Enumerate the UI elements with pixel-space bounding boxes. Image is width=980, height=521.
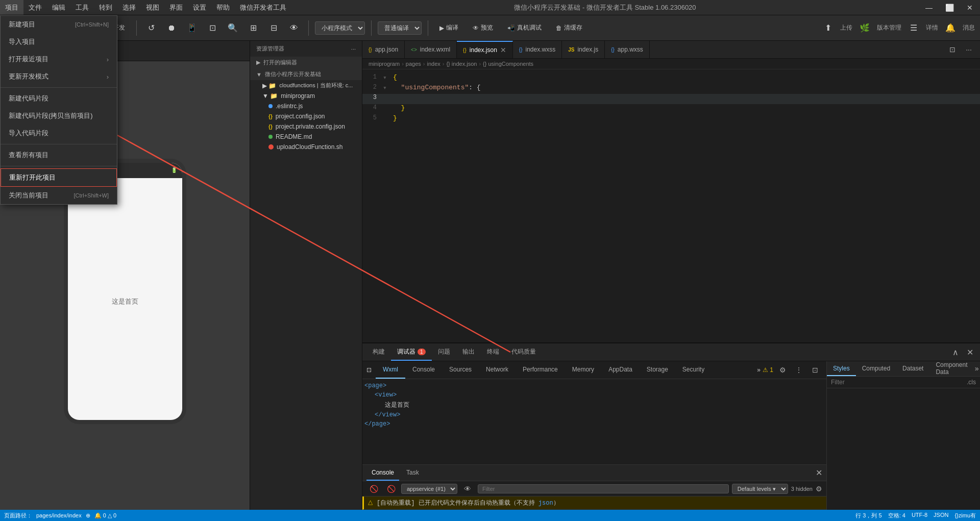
miniprogram-folder[interactable]: ▼ 📁 miniprogram xyxy=(250,91,362,101)
terminal-tab[interactable]: 终端 xyxy=(481,343,505,361)
split-editor-btn[interactable]: ⊡ xyxy=(945,42,960,57)
dd-import-project[interactable]: 导入项目 xyxy=(1,33,117,51)
dd-update-mode[interactable]: 更新开发模式 › xyxy=(1,68,117,85)
menu-edit[interactable]: 编辑 xyxy=(47,0,70,15)
code-quality-tab[interactable]: 代码质量 xyxy=(505,343,542,361)
tab-close-icon[interactable]: ✕ xyxy=(500,46,506,54)
dd-close-project[interactable]: 关闭当前项目 [Ctrl+Shift+W] xyxy=(1,187,117,204)
dd-import-snippet[interactable]: 导入代码片段 xyxy=(1,125,117,142)
more-icon[interactable]: ··· xyxy=(351,46,356,52)
mode-select[interactable]: 小程序模式 xyxy=(315,21,365,35)
refresh-btn[interactable]: ↺ xyxy=(143,20,159,36)
upload-sh-file[interactable]: uploadCloudFunction.sh xyxy=(250,142,362,152)
block-console-btn[interactable]: 🚫 xyxy=(384,482,398,496)
dd-new-snippet-copy[interactable]: 新建代码片段(拷贝当前项目) xyxy=(1,107,117,125)
performance-tab[interactable]: Performance xyxy=(516,361,565,379)
tab-index-js[interactable]: JS index.js xyxy=(562,41,605,58)
component-data-tab[interactable]: Component Data xyxy=(929,361,973,376)
upload-btn[interactable]: ⬆ xyxy=(820,20,836,36)
screenshot-btn[interactable]: ⊡ xyxy=(204,20,220,36)
dd-view-all[interactable]: 查看所有项目 xyxy=(1,146,117,164)
detail-btn[interactable]: ☰ xyxy=(905,20,922,36)
tab-index-json[interactable]: {} index.json ✕ xyxy=(457,41,513,58)
project-config-file[interactable]: {} project.config.json xyxy=(250,111,362,121)
stop-btn[interactable]: ⏺ xyxy=(163,20,180,36)
more-tabs-btn[interactable]: ··· xyxy=(962,42,976,57)
menu-file[interactable]: 文件 xyxy=(23,0,47,15)
clear-console-btn[interactable]: 🚫 xyxy=(366,482,381,496)
service-select[interactable]: appservice (#1) xyxy=(401,484,457,494)
console-tab-dt[interactable]: Console xyxy=(405,361,442,379)
collapse-panel-btn[interactable]: ∧ xyxy=(949,346,962,358)
project-section[interactable]: ▼ 微信小程序云开发基础 xyxy=(250,68,362,80)
memory-tab[interactable]: Memory xyxy=(565,361,601,379)
close-panel-btn[interactable]: ✕ xyxy=(964,346,976,358)
devtools-dock[interactable]: ⊡ xyxy=(808,363,822,377)
eslintrc-file[interactable]: .eslintrc.js xyxy=(250,101,362,111)
clear-btn[interactable]: 🗑 清缓存 xyxy=(551,21,587,34)
styles-tab[interactable]: Styles xyxy=(827,361,856,376)
msg-btn[interactable]: 🔔 xyxy=(942,20,959,36)
menu-devtools[interactable]: 微信开发者工具 xyxy=(235,0,291,15)
version-btn[interactable]: 🌿 xyxy=(856,20,873,36)
build-tab[interactable]: 构建 xyxy=(366,343,391,361)
status-add-icon[interactable]: ⊕ xyxy=(86,512,90,519)
console-filter-input[interactable] xyxy=(478,484,729,493)
computed-tab[interactable]: Computed xyxy=(856,361,896,376)
menu-select[interactable]: 选择 xyxy=(117,0,141,15)
minimize-button[interactable]: — xyxy=(919,0,939,15)
eye-btn[interactable]: 👁 xyxy=(286,20,302,36)
mobile-btn[interactable]: 📱 xyxy=(184,20,200,36)
menu-tools[interactable]: 工具 xyxy=(70,0,94,15)
wxml-tab[interactable]: Wxml xyxy=(376,361,405,379)
tab-index-wxss[interactable]: {} index.wxss xyxy=(513,41,562,58)
dd-recent-projects[interactable]: 打开最近项目 › xyxy=(1,51,117,68)
level-select[interactable]: Default levels ▾ xyxy=(732,484,788,494)
tab-index-wxml[interactable]: <> index.wxml xyxy=(405,41,457,58)
network-tab[interactable]: Network xyxy=(479,361,516,379)
devtools-more[interactable]: ⋮ xyxy=(792,363,806,377)
tab-app-json[interactable]: {} app.json xyxy=(362,41,405,58)
eye-console-btn[interactable]: 👁 xyxy=(460,482,475,496)
more-tabs-icon[interactable]: » xyxy=(757,366,761,374)
devtools-settings[interactable]: ⚙ xyxy=(775,363,790,377)
project-private-file[interactable]: {} project.private.config.json xyxy=(250,121,362,132)
menu-project[interactable]: 项目 xyxy=(0,0,23,15)
security-tab[interactable]: Security xyxy=(675,361,712,379)
dd-new-snippet[interactable]: 新建代码片段 xyxy=(1,90,117,107)
layout-btn[interactable]: ⊟ xyxy=(265,20,282,36)
readme-file[interactable]: README.md xyxy=(250,132,362,142)
appdata-tab[interactable]: AppData xyxy=(601,361,640,379)
console-close-btn[interactable]: ✕ xyxy=(816,468,822,478)
preview-btn[interactable]: 👁 预览 xyxy=(468,21,498,34)
storage-tab[interactable]: Storage xyxy=(640,361,675,379)
close-button[interactable]: ✕ xyxy=(960,0,980,15)
compile-btn[interactable]: ▶ 编译 xyxy=(434,21,463,34)
styles-more-btn[interactable]: » xyxy=(973,361,980,376)
grid-btn[interactable]: ⊞ xyxy=(245,20,261,36)
output-tab[interactable]: 输出 xyxy=(456,343,481,361)
dataset-tab[interactable]: Dataset xyxy=(896,361,929,376)
debugger-tab[interactable]: 调试器 1 xyxy=(391,343,432,361)
open-editors-section[interactable]: ▶ 打开的编辑器 xyxy=(250,57,362,68)
compiler-select[interactable]: 普通编译 xyxy=(378,21,422,35)
issues-tab[interactable]: 问题 xyxy=(432,343,456,361)
menu-view[interactable]: 视图 xyxy=(141,0,164,15)
menu-interface[interactable]: 界面 xyxy=(164,0,188,15)
menu-help[interactable]: 帮助 xyxy=(211,0,235,15)
menu-settings[interactable]: 设置 xyxy=(188,0,211,15)
dd-reopen[interactable]: 重新打开此项目 xyxy=(1,168,117,187)
task-tab[interactable]: Task xyxy=(401,465,424,481)
console-settings-icon[interactable]: ⚙ xyxy=(816,485,822,493)
dd-new-project[interactable]: 新建项目 [Ctrl+Shift+N] xyxy=(1,16,117,33)
real-debug-btn[interactable]: 📲 真机调试 xyxy=(502,21,547,34)
menu-goto[interactable]: 转到 xyxy=(94,0,117,15)
console-tab[interactable]: Console xyxy=(366,465,399,481)
maximize-button[interactable]: ⬜ xyxy=(939,0,960,15)
cloudfunctions-folder[interactable]: ▶ 📁 cloudfunctions | 当前环境: c... xyxy=(250,80,362,91)
tab-app-wxss[interactable]: {} app.wxss xyxy=(605,41,650,58)
styles-filter-input[interactable] xyxy=(831,379,967,386)
status-path-value[interactable]: pages/index/index xyxy=(36,512,82,518)
sources-tab[interactable]: Sources xyxy=(442,361,479,379)
zoom-btn[interactable]: 🔍 xyxy=(225,20,241,36)
